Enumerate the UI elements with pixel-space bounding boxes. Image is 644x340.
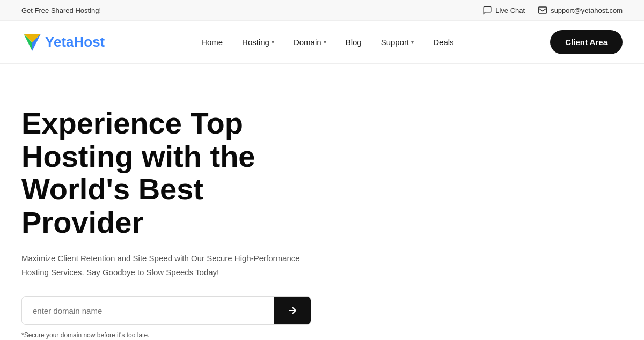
nav-item-home[interactable]: Home: [194, 33, 230, 51]
hero-subtitle: Maximize Client Retention and Site Speed…: [21, 252, 301, 279]
svg-rect-0: [539, 7, 547, 13]
promo-text: Get Free Shared Hosting!: [21, 6, 101, 14]
nav-item-domain[interactable]: Domain ▾: [286, 33, 334, 51]
live-chat-link[interactable]: Live Chat: [482, 5, 525, 15]
nav-item-support[interactable]: Support ▾: [374, 33, 422, 51]
hero-title: Experience Top Hosting with the World's …: [21, 107, 322, 239]
domain-search-button[interactable]: [274, 297, 311, 324]
nav-link-home[interactable]: Home: [194, 33, 230, 51]
email-link[interactable]: support@yetahost.com: [538, 5, 623, 15]
logo[interactable]: YetaHost: [21, 32, 105, 53]
logo-text: YetaHost: [45, 34, 105, 50]
email-icon: [538, 5, 547, 15]
nav-item-deals[interactable]: Deals: [426, 33, 461, 51]
nav-link-blog[interactable]: Blog: [338, 33, 369, 51]
chevron-down-icon: ▾: [272, 39, 274, 45]
logo-icon: [21, 32, 43, 53]
nav-links: Home Hosting ▾ Domain ▾ Blog Support ▾ D…: [194, 33, 462, 51]
domain-search-form: [21, 296, 311, 325]
nav-link-domain[interactable]: Domain ▾: [286, 33, 334, 51]
email-address: support@yetahost.com: [551, 6, 623, 14]
chevron-down-icon: ▾: [411, 39, 414, 45]
nav-link-hosting[interactable]: Hosting ▾: [235, 33, 282, 51]
client-area-button[interactable]: Client Area: [550, 30, 623, 54]
nav-link-support[interactable]: Support ▾: [374, 33, 422, 51]
arrow-right-icon: [287, 305, 298, 316]
hero-section: Experience Top Hosting with the World's …: [0, 64, 343, 340]
domain-search-input[interactable]: [22, 298, 274, 324]
top-bar-right: Live Chat support@yetahost.com: [482, 5, 623, 15]
domain-note: *Secure your domain now before it's too …: [21, 331, 322, 339]
navbar: YetaHost Home Hosting ▾ Domain ▾ Blog Su…: [0, 21, 644, 64]
chevron-down-icon: ▾: [324, 39, 326, 45]
chat-icon: [482, 5, 492, 15]
top-bar: Get Free Shared Hosting! Live Chat suppo…: [0, 0, 644, 21]
live-chat-label: Live Chat: [495, 6, 525, 14]
nav-link-deals[interactable]: Deals: [426, 33, 461, 51]
nav-item-blog[interactable]: Blog: [338, 33, 369, 51]
nav-item-hosting[interactable]: Hosting ▾: [235, 33, 282, 51]
